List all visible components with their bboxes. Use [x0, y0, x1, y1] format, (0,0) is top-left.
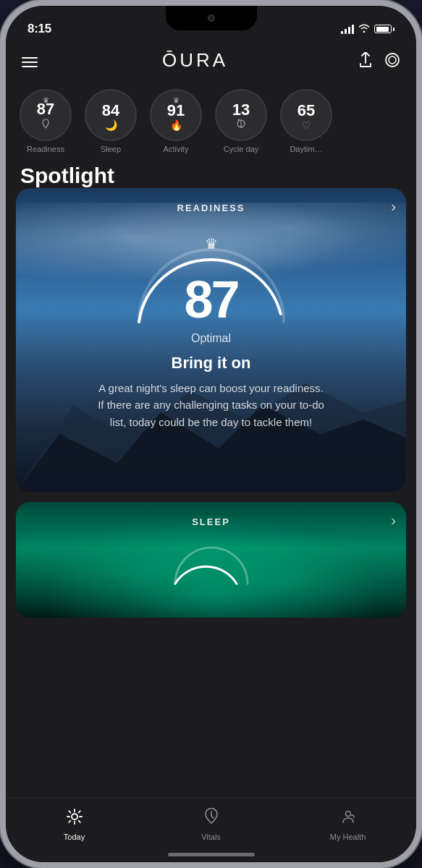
home-indicator[interactable] [168, 853, 255, 856]
battery-icon [374, 25, 394, 33]
cycle-value: 13 [232, 102, 250, 118]
daytime-value: 65 [297, 103, 315, 119]
score-daytime[interactable]: 65 ♡ Daytim… [274, 89, 339, 153]
readiness-card-content: READINESS ♛ 87 Optimal Bring it on [16, 188, 406, 451]
vitals-label: Vitals [201, 833, 221, 841]
nav-today[interactable]: Today [6, 805, 143, 842]
front-camera [208, 14, 215, 22]
nav-myhealth[interactable]: My Health [279, 805, 416, 842]
share-icon[interactable] [358, 52, 373, 72]
sleep-card-content: SLEEP [16, 502, 406, 585]
myhealth-label: My Health [330, 833, 366, 841]
cycle-icon [236, 119, 246, 131]
svg-line-15 [78, 811, 80, 812]
today-label: Today [64, 833, 85, 841]
phone-frame: 8:15 [0, 0, 422, 868]
sleep-card[interactable]: › SLEEP [16, 502, 406, 618]
app-header: ŌURA [6, 42, 416, 83]
vitals-icon [203, 808, 220, 830]
svg-text:ŌURA: ŌURA [162, 49, 228, 71]
signal-icon [341, 25, 354, 34]
svg-line-14 [78, 821, 80, 822]
app-logo: ŌURA [162, 48, 235, 76]
activity-icon: 🔥 [170, 119, 182, 131]
svg-point-2 [389, 56, 396, 64]
sleep-gauge [168, 542, 255, 585]
nav-vitals[interactable]: Vitals [143, 805, 279, 842]
svg-point-17 [345, 812, 350, 817]
sleep-icon: 🌙 [105, 119, 117, 131]
wifi-icon [358, 23, 370, 35]
header-actions [358, 52, 400, 72]
sleep-value: 84 [102, 103, 119, 119]
screen: 8:15 [6, 6, 416, 862]
cycle-label: Cycle day [224, 145, 258, 153]
crown-icon-activity: ♛ [173, 96, 180, 104]
readiness-icon [40, 118, 51, 132]
today-icon [66, 808, 83, 830]
vol-down-button[interactable] [0, 219, 1, 263]
status-bar: 8:15 [6, 6, 416, 42]
menu-button[interactable] [22, 57, 38, 67]
notch [166, 6, 257, 30]
readiness-description: A great night's sleep can boost your rea… [96, 380, 327, 430]
scroll-content[interactable]: ♛ 87 Readiness 84 🌙 [6, 83, 416, 797]
score-sleep[interactable]: 84 🌙 Sleep [78, 89, 143, 153]
score-activity[interactable]: ♛ 91 🔥 Activity [143, 89, 208, 153]
readiness-status: Optimal [191, 332, 231, 345]
vol-up-button[interactable] [0, 165, 1, 208]
myhealth-icon [339, 808, 357, 830]
score-readiness[interactable]: ♛ 87 Readiness [13, 89, 78, 153]
crown-icon-readiness: ♛ [43, 96, 49, 104]
svg-point-1 [386, 54, 399, 67]
scores-row: ♛ 87 Readiness 84 🌙 [6, 83, 416, 163]
ring-icon[interactable] [384, 52, 400, 72]
readiness-score: 87 [184, 273, 237, 326]
readiness-label: Readiness [27, 145, 64, 153]
daytime-label: Daytim… [290, 145, 322, 153]
sleep-type-label: SLEEP [192, 516, 230, 527]
daytime-icon: ♡ [302, 119, 311, 131]
sleep-label: Sleep [101, 145, 121, 153]
readiness-type-label: READINESS [177, 203, 245, 213]
activity-label: Activity [164, 145, 189, 153]
svg-line-13 [69, 811, 70, 812]
readiness-title: Bring it on [172, 354, 251, 373]
score-cycle[interactable]: 13 Cycle day [208, 89, 274, 153]
readiness-crown-icon: ♛ [205, 235, 218, 252]
svg-line-16 [69, 821, 70, 822]
status-time: 8:15 [28, 22, 51, 36]
readiness-gauge: ♛ 87 [125, 228, 298, 329]
activity-value: 91 [167, 103, 185, 119]
svg-point-8 [72, 814, 77, 820]
status-icons [341, 23, 394, 35]
readiness-card[interactable]: › READINESS ♛ 87 Optimal [16, 188, 406, 492]
